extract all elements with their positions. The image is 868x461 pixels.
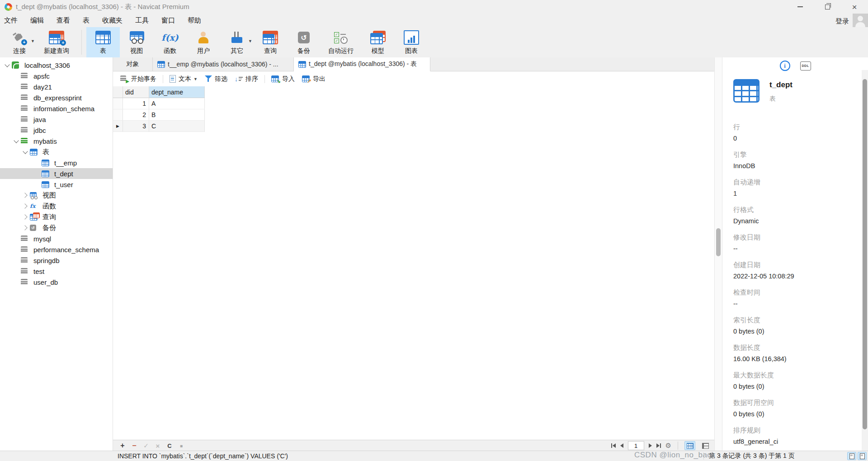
next-page-button[interactable]	[649, 443, 652, 448]
chevron-down-icon[interactable]	[3, 64, 12, 66]
tree-item-views[interactable]: 视图	[0, 190, 113, 201]
user-avatar[interactable]	[853, 14, 868, 29]
cell-dept-name[interactable]: A	[149, 98, 205, 109]
row-selector-cell[interactable]: ▶	[113, 121, 123, 132]
toolbar-function-button[interactable]: f(x) 函数	[153, 27, 187, 57]
cell-dept-name[interactable]: B	[149, 109, 205, 121]
menu-favorites[interactable]: 收藏夹	[96, 14, 129, 27]
restore-button[interactable]	[814, 0, 841, 14]
toolbar-view-button[interactable]: 视图	[120, 27, 153, 57]
row-selector-cell[interactable]	[113, 109, 123, 121]
form-view-button[interactable]	[700, 441, 711, 450]
tree-item-queries[interactable]: 查询	[0, 212, 113, 222]
filter-button[interactable]: 筛选	[201, 73, 231, 85]
close-button[interactable]: ×	[841, 0, 868, 14]
chevron-right-icon[interactable]	[21, 193, 30, 197]
tree-item-backups[interactable]: ↺ 备份	[0, 222, 113, 233]
cell-dept-name[interactable]: C	[149, 121, 205, 132]
dropdown-arrow-icon[interactable]: ▼	[193, 77, 198, 81]
cell-did[interactable]: 3	[123, 121, 149, 132]
pager-settings-button[interactable]: ⚙	[665, 442, 671, 450]
toolbar-query-button[interactable]: 查询	[254, 27, 287, 57]
tree-item-db-expressprint[interactable]: db_expressprint	[0, 92, 113, 103]
ddl-icon[interactable]: DDL	[800, 61, 811, 71]
menu-edit[interactable]: 编辑	[24, 14, 50, 27]
tab-t-emp[interactable]: t__emp @mybatis (localhost_3306) - ...	[153, 57, 294, 71]
minimize-button[interactable]	[787, 0, 814, 14]
toolbar-table-button[interactable]: 表	[86, 27, 120, 57]
menu-table[interactable]: 表	[76, 14, 96, 27]
cell-did[interactable]: 2	[123, 109, 149, 121]
vertical-scrollbar[interactable]	[714, 57, 722, 451]
first-page-button[interactable]	[611, 443, 616, 448]
chevron-down-icon[interactable]	[12, 140, 21, 142]
grid-view-button[interactable]	[684, 441, 695, 450]
toolbar-new-query-button[interactable]: + 新建查询	[36, 27, 77, 57]
tree-item-jdbc[interactable]: jdbc	[0, 125, 113, 136]
tree-item-java[interactable]: java	[0, 114, 113, 125]
tree-item-springdb[interactable]: springdb	[0, 255, 113, 266]
tab-objects[interactable]: 对象	[113, 57, 153, 71]
column-header-did[interactable]: did	[123, 86, 149, 98]
tree-item-apsfc[interactable]: apsfc	[0, 71, 113, 81]
dropdown-arrow-icon[interactable]: ▼	[31, 39, 35, 43]
tree-item-test[interactable]: test	[0, 266, 113, 277]
tree-item-functions[interactable]: fx 函数	[0, 201, 113, 212]
sort-button[interactable]: ↓ 排序	[231, 73, 262, 85]
tree-item-tables[interactable]: 表	[0, 146, 113, 157]
cell-did[interactable]: 1	[123, 98, 149, 109]
row-selector-cell[interactable]	[113, 98, 123, 109]
refresh-button[interactable]: C	[164, 442, 175, 449]
tree-item-t-emp[interactable]: t__emp	[0, 157, 113, 168]
scrollbar-thumb[interactable]	[716, 228, 721, 256]
information-icon[interactable]: i	[780, 61, 790, 71]
info-panel-scrollbar[interactable]	[862, 70, 868, 451]
tree-item-performance-schema[interactable]: performance_schema	[0, 244, 113, 255]
apply-changes-button[interactable]: ✓	[140, 442, 152, 449]
page-number-input[interactable]: 1	[628, 441, 644, 450]
toolbar-connection-button[interactable]: + 连接 ▼	[3, 27, 36, 57]
discard-changes-button[interactable]: ×	[152, 442, 164, 450]
toolbar-model-button[interactable]: 模型	[361, 27, 395, 57]
row-selector-header[interactable]	[113, 86, 123, 98]
toolbar-user-button[interactable]: 用户	[187, 27, 220, 57]
tree-item-localhost-3306[interactable]: localhost_3306	[0, 60, 113, 71]
toolbar-chart-button[interactable]: 图表	[395, 27, 428, 57]
export-button[interactable]: ↗ 导出	[298, 73, 329, 85]
tab-t-dept[interactable]: t_dept @mybatis (localhost_3306) - 表	[294, 57, 430, 71]
menu-tools[interactable]: 工具	[129, 14, 155, 27]
tree-item-information-schema[interactable]: information_schema	[0, 103, 113, 114]
tree-item-mybatis[interactable]: mybatis	[0, 136, 113, 146]
table-row[interactable]: 1 A	[113, 98, 714, 109]
last-page-button[interactable]	[656, 443, 661, 448]
toolbar-automation-button[interactable]: ✓✓ 自动运行	[321, 27, 361, 57]
scrollbar-thumb[interactable]	[863, 79, 867, 429]
menu-window[interactable]: 窗口	[155, 14, 181, 27]
table-row[interactable]: 2 B	[113, 109, 714, 121]
chevron-right-icon[interactable]	[21, 215, 30, 219]
tree-item-t-dept[interactable]: t_dept	[0, 168, 113, 179]
toolbar-others-button[interactable]: 其它 ▼	[220, 27, 254, 57]
tree-item-t-user[interactable]: t_user	[0, 179, 113, 190]
text-mode-button[interactable]: 文本 ▼	[166, 73, 201, 85]
status-page-button[interactable]	[847, 452, 856, 460]
chevron-right-icon[interactable]	[21, 226, 30, 230]
menu-file[interactable]: 文件	[0, 14, 24, 27]
tree-item-user-db[interactable]: user_db	[0, 277, 113, 287]
menu-help[interactable]: 帮助	[181, 14, 208, 27]
status-doc-button[interactable]	[858, 452, 867, 460]
login-button[interactable]: 登录	[835, 17, 849, 26]
chevron-down-icon[interactable]	[21, 151, 30, 153]
add-record-button[interactable]: +	[117, 442, 128, 450]
import-button[interactable]: ↘ 导入	[268, 73, 298, 85]
tree-item-day21[interactable]: day21	[0, 81, 113, 92]
delete-record-button[interactable]: −	[128, 442, 140, 450]
begin-transaction-button[interactable]: ▶ 开始事务	[117, 73, 160, 85]
menu-view[interactable]: 查看	[50, 14, 76, 27]
table-row-current[interactable]: ▶ 3 C	[113, 121, 714, 132]
stop-button[interactable]: ■	[175, 443, 187, 448]
column-header-dept-name[interactable]: dept_name	[149, 86, 205, 98]
previous-page-button[interactable]	[620, 443, 623, 448]
toolbar-backup-button[interactable]: ↺ 备份	[287, 27, 321, 57]
chevron-right-icon[interactable]	[21, 204, 30, 208]
